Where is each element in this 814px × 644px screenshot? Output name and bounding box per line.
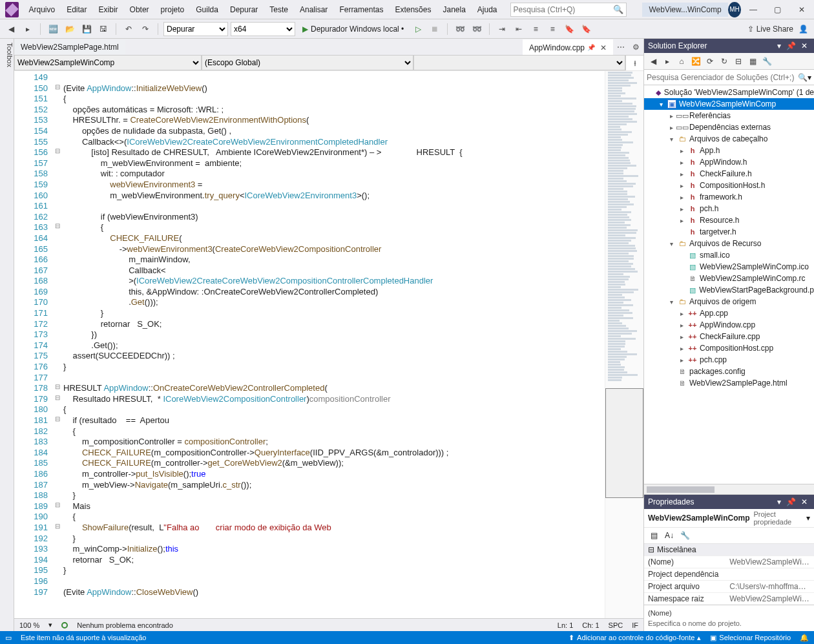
prop-row[interactable]: (Nome)WebView2SampleWinCo: [644, 556, 814, 568]
tree-row[interactable]: ▸++AppWindow.cpp: [644, 319, 814, 331]
menu-extensões[interactable]: Extensões: [390, 1, 436, 18]
nav-back-icon[interactable]: ◀: [4, 22, 18, 36]
scope-combo[interactable]: (Escopo Global): [202, 56, 413, 70]
twisty-icon[interactable]: ▸: [678, 194, 685, 201]
se-showall-icon[interactable]: ▦: [746, 55, 759, 68]
menu-guilda[interactable]: Guilda: [191, 1, 224, 18]
bell-icon[interactable]: 🔔: [800, 634, 809, 642]
user-avatar[interactable]: MH: [728, 2, 742, 17]
tree-row[interactable]: htargetver.h: [644, 226, 814, 238]
twisty-icon[interactable]: ▾: [667, 240, 675, 247]
project-combo[interactable]: WebView2SampleWinComp: [14, 56, 202, 70]
prop-value[interactable]: [725, 568, 814, 580]
se-home-icon[interactable]: ⌂: [675, 55, 688, 68]
global-search[interactable]: 🔍: [510, 3, 627, 17]
se-refresh-icon[interactable]: ↻: [718, 55, 731, 68]
se-fwd-icon[interactable]: ▸: [661, 55, 674, 68]
prop-row[interactable]: Project arquivoC:\Users\v-mhoffman\D: [644, 580, 814, 592]
tree-row[interactable]: ▸hframework.h: [644, 191, 814, 203]
twisty-icon[interactable]: ▸: [678, 182, 685, 189]
new-item-icon[interactable]: 🆕: [46, 22, 60, 36]
tree-row[interactable]: ▸▭▭Dependências externas: [644, 121, 814, 133]
tree-row[interactable]: ▸hAppWindow.h: [644, 156, 814, 168]
pin-icon[interactable]: 📌: [587, 44, 595, 51]
toolbox-side-tab[interactable]: Toolbox: [0, 39, 14, 631]
menu-analisar[interactable]: Analisar: [295, 1, 333, 18]
save-all-icon[interactable]: 🖫: [96, 22, 110, 36]
se-sync-icon[interactable]: ⟳: [704, 55, 716, 68]
stop-icon[interactable]: ⏹: [428, 22, 442, 36]
zoom-level[interactable]: 100 %: [19, 621, 39, 629]
twisty-icon[interactable]: ▸: [678, 205, 685, 213]
props-object[interactable]: WebView2SampleWinComp Project propriedad…: [644, 509, 814, 528]
comment-icon[interactable]: ≡: [528, 22, 543, 36]
se-search-input[interactable]: [647, 73, 798, 82]
step2-icon[interactable]: ➿: [470, 22, 484, 36]
twisty-icon[interactable]: ▾: [667, 298, 675, 306]
menu-editar[interactable]: Editar: [61, 1, 92, 18]
se-props-icon[interactable]: 🔧: [760, 55, 773, 68]
solution-tree[interactable]: ◆Solução 'WebView2SampleWinComp' (1 de▾▣…: [644, 85, 814, 484]
undo-icon[interactable]: ↶: [121, 22, 136, 36]
menu-depurar[interactable]: Depurar: [225, 1, 263, 18]
menu-ajuda[interactable]: Ajuda: [472, 1, 503, 18]
maximize-button[interactable]: ▢: [766, 0, 790, 19]
indent-mode[interactable]: SPC: [609, 621, 623, 629]
uncomment-icon[interactable]: ≡: [545, 22, 559, 36]
tree-row[interactable]: 🗎WebView2SampleWinComp.rc: [644, 273, 814, 284]
tree-row[interactable]: ▾🗀Arquivos de origem: [644, 296, 814, 307]
prop-row[interactable]: Namespace raizWebView2SampleWinCo: [644, 592, 814, 605]
tree-row[interactable]: ◆Solução 'WebView2SampleWinComp' (1 de: [644, 87, 814, 98]
fold-column[interactable]: ⊟⊟⊟⊟⊟⊟⊟⊟: [52, 71, 63, 618]
prop-value[interactable]: WebView2SampleWinCo: [725, 556, 814, 568]
config-dropdown[interactable]: Depurar: [163, 22, 228, 36]
twisty-icon[interactable]: ▸: [678, 217, 685, 224]
tab-settings-icon[interactable]: ⚙: [629, 43, 643, 52]
bookmarks-icon[interactable]: 🔖: [579, 22, 593, 36]
panel-pin-icon[interactable]: 📌: [784, 41, 798, 50]
tree-row[interactable]: ▸hApp.h: [644, 145, 814, 156]
prop-row[interactable]: Project dependência: [644, 568, 814, 580]
tab-overflow-icon[interactable]: ⋯: [613, 43, 629, 52]
eol-mode[interactable]: IF: [632, 621, 638, 629]
nav-fwd-icon[interactable]: ▸: [21, 22, 35, 36]
panel-menu-icon[interactable]: ▾: [775, 41, 784, 50]
menu-teste[interactable]: Teste: [264, 1, 293, 18]
twisty-icon[interactable]: ▸: [678, 345, 685, 352]
tree-row[interactable]: ▸hResource.h: [644, 214, 814, 226]
menu-obter[interactable]: Obter: [125, 1, 154, 18]
twisty-icon[interactable]: ▸: [678, 159, 685, 166]
live-share-button[interactable]: ⇪ Live Share: [747, 25, 793, 34]
twisty-icon[interactable]: ▾: [667, 136, 675, 143]
save-icon[interactable]: 💾: [79, 22, 94, 36]
menu-exibir[interactable]: Exibir: [94, 1, 123, 18]
prop-value[interactable]: WebView2SampleWinCo: [725, 593, 814, 605]
categorized-icon[interactable]: ▤: [647, 529, 661, 542]
platform-dropdown[interactable]: x64: [231, 22, 295, 36]
tree-row[interactable]: ▸▭▭Referências: [644, 110, 814, 121]
tab-samplepage[interactable]: WebView2SamplePage.html: [14, 40, 125, 54]
tree-row[interactable]: ▾🗀Arquivos de cabeçalho: [644, 133, 814, 145]
bookmark-icon[interactable]: 🔖: [562, 22, 576, 36]
close-tab-icon[interactable]: ✕: [600, 43, 607, 52]
se-collapse-icon[interactable]: ⊟: [732, 55, 745, 68]
twisty-icon[interactable]: ▸: [678, 357, 685, 364]
menu-ferramentas[interactable]: Ferramentas: [334, 1, 388, 18]
props-wrench-icon[interactable]: 🔧: [678, 529, 692, 542]
split-icon[interactable]: ⫲: [625, 56, 643, 70]
tree-row[interactable]: ▸++pch.cpp: [644, 354, 814, 366]
panel-close-icon[interactable]: ✕: [798, 497, 810, 506]
se-hscroll[interactable]: [644, 484, 814, 494]
tree-row[interactable]: 🗎WebView2SamplePage.html: [644, 377, 814, 389]
code-area[interactable]: (Evite AppWindow::InitializeWebView(){ o…: [63, 71, 605, 618]
tree-row[interactable]: ▸hpch.h: [644, 203, 814, 214]
redo-icon[interactable]: ↷: [138, 22, 152, 36]
tree-row[interactable]: ▧WebView2SampleWinComp.ico: [644, 261, 814, 273]
indent-icon[interactable]: ⇥: [495, 22, 509, 36]
step-icon[interactable]: ➿: [453, 22, 467, 36]
tree-row[interactable]: ▧WebViewStartPageBackground.p: [644, 284, 814, 296]
member-combo[interactable]: [413, 56, 625, 70]
minimize-button[interactable]: —: [741, 0, 766, 19]
twisty-icon[interactable]: ▾: [657, 101, 665, 108]
tree-row[interactable]: 🗎packages.config: [644, 366, 814, 377]
